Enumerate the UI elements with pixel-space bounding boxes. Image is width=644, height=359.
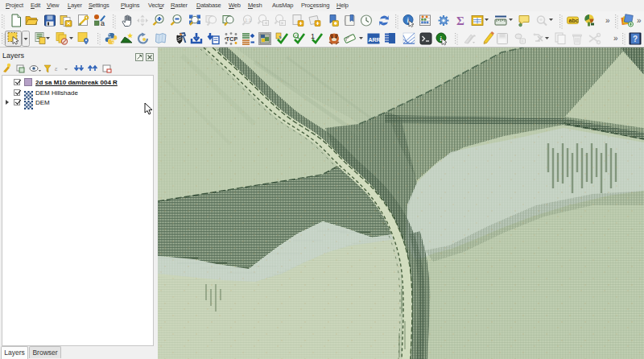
svg-text:1:1: 1:1 — [245, 18, 252, 23]
svg-text:ε: ε — [55, 65, 58, 72]
svg-text:abc: abc — [569, 18, 579, 23]
svg-text:?: ? — [633, 35, 638, 43]
svg-text:a: a — [101, 19, 105, 27]
svg-text:ARR: ARR — [369, 37, 381, 43]
svg-text:Q: Q — [295, 34, 299, 39]
svg-text:Σ: Σ — [456, 14, 464, 27]
svg-text:»: » — [637, 16, 642, 25]
svg-text:»: » — [605, 16, 610, 25]
svg-text:»: » — [613, 34, 618, 43]
